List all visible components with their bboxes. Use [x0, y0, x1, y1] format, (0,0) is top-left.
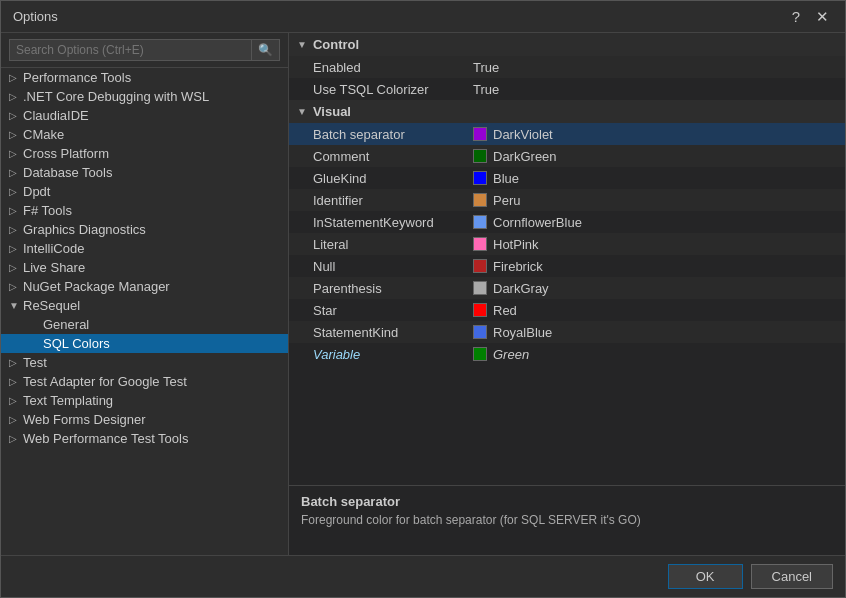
tree-arrow-claudia-ide: ▷	[9, 110, 23, 121]
color-swatch-10	[473, 347, 487, 361]
tree-arrow-test: ▷	[9, 357, 23, 368]
search-button[interactable]: 🔍	[252, 39, 280, 61]
tree-item-cross-platform[interactable]: ▷Cross Platform	[1, 144, 288, 163]
tree-label-general: General	[43, 317, 89, 332]
tree-item-sql-colors[interactable]: SQL Colors	[1, 334, 288, 353]
prop-row-null[interactable]: NullFirebrick	[289, 255, 845, 277]
section-header-control[interactable]: ▼Control	[289, 33, 845, 56]
section-label-visual: Visual	[313, 104, 351, 119]
tree-item-net-core-debugging[interactable]: ▷.NET Core Debugging with WSL	[1, 87, 288, 106]
tree-item-graphics-diagnostics[interactable]: ▷Graphics Diagnostics	[1, 220, 288, 239]
tree-item-claudia-ide[interactable]: ▷ClaudiaIDE	[1, 106, 288, 125]
right-panel: ▼ControlEnabledTrueUse TSQL ColorizerTru…	[289, 33, 845, 555]
prop-name-5: Literal	[313, 237, 473, 252]
prop-value-label-1: True	[473, 82, 499, 97]
prop-row-comment[interactable]: CommentDarkGreen	[289, 145, 845, 167]
left-panel: 🔍 ▷Performance Tools▷.NET Core Debugging…	[1, 33, 289, 555]
tree-label-web-forms-designer: Web Forms Designer	[23, 412, 146, 427]
prop-row-batch-separator[interactable]: Batch separatorDarkViolet	[289, 123, 845, 145]
cancel-button[interactable]: Cancel	[751, 564, 833, 589]
prop-value-9: RoyalBlue	[473, 325, 552, 340]
color-swatch-8	[473, 303, 487, 317]
tree-label-dpdt: Dpdt	[23, 184, 50, 199]
properties-content: ▼ControlEnabledTrueUse TSQL ColorizerTru…	[289, 33, 845, 485]
tree-label-graphics-diagnostics: Graphics Diagnostics	[23, 222, 146, 237]
prop-name-8: Star	[313, 303, 473, 318]
prop-value-label-5: HotPink	[493, 237, 539, 252]
prop-value-label-4: CornflowerBlue	[493, 215, 582, 230]
tree-item-test-adapter[interactable]: ▷Test Adapter for Google Test	[1, 372, 288, 391]
description-text: Foreground color for batch separator (fo…	[301, 513, 833, 527]
color-swatch-3	[473, 193, 487, 207]
tree-label-live-share: Live Share	[23, 260, 85, 275]
dialog-footer: OK Cancel	[1, 555, 845, 597]
section-header-visual[interactable]: ▼Visual	[289, 100, 845, 123]
color-swatch-1	[473, 149, 487, 163]
tree-arrow-fsharp-tools: ▷	[9, 205, 23, 216]
prop-value-0: DarkViolet	[473, 127, 553, 142]
prop-value-label-1: DarkGreen	[493, 149, 557, 164]
prop-row-star[interactable]: StarRed	[289, 299, 845, 321]
tree-item-nuget-package-manager[interactable]: ▷NuGet Package Manager	[1, 277, 288, 296]
prop-value-label-2: Blue	[493, 171, 519, 186]
tree-container[interactable]: ▷Performance Tools▷.NET Core Debugging w…	[1, 68, 288, 555]
tree-arrow-live-share: ▷	[9, 262, 23, 273]
prop-row-statementkind[interactable]: StatementKindRoyalBlue	[289, 321, 845, 343]
tree-label-performance-tools: Performance Tools	[23, 70, 131, 85]
tree-arrow-dpdt: ▷	[9, 186, 23, 197]
prop-row-gluekind[interactable]: GlueKindBlue	[289, 167, 845, 189]
prop-name-7: Parenthesis	[313, 281, 473, 296]
tree-arrow-cmake: ▷	[9, 129, 23, 140]
tree-item-database-tools[interactable]: ▷Database Tools	[1, 163, 288, 182]
tree-label-claudia-ide: ClaudiaIDE	[23, 108, 89, 123]
prop-name-1: Use TSQL Colorizer	[313, 82, 473, 97]
prop-name-9: StatementKind	[313, 325, 473, 340]
prop-row-instatementkeyword[interactable]: InStatementKeywordCornflowerBlue	[289, 211, 845, 233]
tree-arrow-intellicode: ▷	[9, 243, 23, 254]
help-button[interactable]: ?	[788, 9, 804, 24]
tree-item-intellicode[interactable]: ▷IntelliCode	[1, 239, 288, 258]
prop-value-4: CornflowerBlue	[473, 215, 582, 230]
description-title: Batch separator	[301, 494, 833, 509]
prop-row-identifier[interactable]: IdentifierPeru	[289, 189, 845, 211]
tree-item-resequel[interactable]: ▼ReSequel	[1, 296, 288, 315]
search-input[interactable]	[9, 39, 252, 61]
ok-button[interactable]: OK	[668, 564, 743, 589]
prop-name-0: Enabled	[313, 60, 473, 75]
section-arrow-visual: ▼	[297, 106, 307, 117]
prop-row-variable[interactable]: VariableGreen	[289, 343, 845, 365]
prop-value-5: HotPink	[473, 237, 539, 252]
prop-value-8: Red	[473, 303, 517, 318]
tree-label-web-performance: Web Performance Test Tools	[23, 431, 188, 446]
prop-value-label-10: Green	[493, 347, 529, 362]
prop-row-enabled[interactable]: EnabledTrue	[289, 56, 845, 78]
title-bar-buttons: ? ✕	[788, 9, 833, 24]
tree-item-live-share[interactable]: ▷Live Share	[1, 258, 288, 277]
tree-arrow-net-core-debugging: ▷	[9, 91, 23, 102]
tree-label-cross-platform: Cross Platform	[23, 146, 109, 161]
tree-item-fsharp-tools[interactable]: ▷F# Tools	[1, 201, 288, 220]
tree-item-performance-tools[interactable]: ▷Performance Tools	[1, 68, 288, 87]
color-swatch-6	[473, 259, 487, 273]
tree-item-text-templating[interactable]: ▷Text Templating	[1, 391, 288, 410]
dialog-title: Options	[13, 9, 58, 24]
prop-value-6: Firebrick	[473, 259, 543, 274]
tree-item-cmake[interactable]: ▷CMake	[1, 125, 288, 144]
prop-row-use-tsql-colorizer[interactable]: Use TSQL ColorizerTrue	[289, 78, 845, 100]
tree-item-test[interactable]: ▷Test	[1, 353, 288, 372]
close-button[interactable]: ✕	[812, 9, 833, 24]
prop-row-parenthesis[interactable]: ParenthesisDarkGray	[289, 277, 845, 299]
prop-value-label-9: RoyalBlue	[493, 325, 552, 340]
prop-name-0: Batch separator	[313, 127, 473, 142]
prop-row-literal[interactable]: LiteralHotPink	[289, 233, 845, 255]
tree-item-web-forms-designer[interactable]: ▷Web Forms Designer	[1, 410, 288, 429]
section-label-control: Control	[313, 37, 359, 52]
prop-value-label-8: Red	[493, 303, 517, 318]
tree-item-web-performance[interactable]: ▷Web Performance Test Tools	[1, 429, 288, 448]
section-arrow-control: ▼	[297, 39, 307, 50]
tree-arrow-test-adapter: ▷	[9, 376, 23, 387]
prop-name-4: InStatementKeyword	[313, 215, 473, 230]
tree-item-dpdt[interactable]: ▷Dpdt	[1, 182, 288, 201]
tree-item-general[interactable]: General	[1, 315, 288, 334]
prop-value-10: Green	[473, 347, 529, 362]
